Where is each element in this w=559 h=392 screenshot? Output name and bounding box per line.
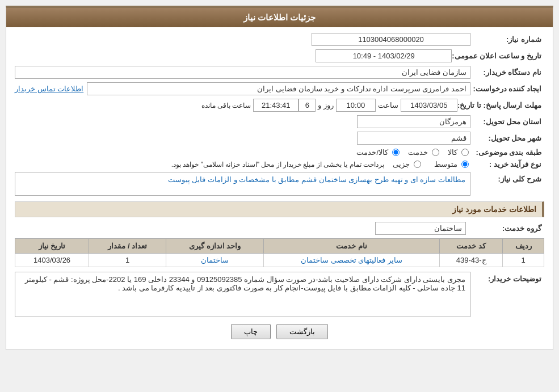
namDastgah-row: نام دستگاه خریدار: سازمان فضایی ایران <box>15 66 544 79</box>
noeFarayand-radio-group: جزیی متوسط <box>393 160 470 168</box>
tarikh-row: تاریخ و ساعت اعلان عمومی: 1403/02/29 - 1… <box>15 49 544 62</box>
remain-label: ساعت باقی مانده <box>199 102 254 109</box>
tarikh-label: تاریخ و ساعت اعلان عمومی: <box>452 52 544 60</box>
tabaqe-radio-khadamat[interactable] <box>432 149 439 156</box>
noeFarayand-desc: پرداخت تمام یا بخشی از مبلغ خریدار از مح… <box>171 161 384 168</box>
table-cell: ج-43-439 <box>440 254 503 267</box>
main-card: جزئیات اطلاعات نیاز شماره نیاز: 11030040… <box>6 6 553 350</box>
ostan-value: هرمزگان <box>357 115 470 128</box>
groheKhadamat-row: گروه خدمت: ساختمان <box>15 222 544 235</box>
sharhKoli-label: شرح کلی نیاز: <box>470 172 544 183</box>
namDastgah-label: نام دستگاه خریدار: <box>470 68 544 77</box>
table-row: 1ج-43-439سایر فعالیتهای تخصصی ساختمانساخ… <box>15 254 544 267</box>
sharhKoli-row: شرح کلی نیاز: <box>15 172 544 196</box>
khadamat-section-header: اطلاعات خدمات مورد نیاز <box>15 201 544 217</box>
noeFarayand-radio-motavaset[interactable] <box>461 161 469 168</box>
shahr-value: قشم <box>357 132 470 145</box>
back-button[interactable]: بازگشت <box>276 324 328 339</box>
table-cell: سایر فعالیتهای تخصصی ساختمان <box>263 254 439 267</box>
tarikh-value: 1403/02/29 - 10:49 <box>316 49 452 62</box>
col-tarikh: تاریخ نیاز <box>15 239 89 254</box>
ijadKonande-row: ایجاد کننده درخواست: احمد فرامرزی سرپرست… <box>15 82 544 95</box>
mohlat-remain: 21:43:41 <box>253 99 299 112</box>
ostan-row: استان محل تحویل: هرمزگان <box>15 115 544 128</box>
col-name: نام خدمت <box>263 239 439 254</box>
mohlat-saat: 10:00 <box>336 99 376 112</box>
print-button[interactable]: چاپ <box>231 324 271 339</box>
shomareNiaz-row: شماره نیاز: 1103004068000020 <box>15 33 544 46</box>
noeFarayand-radio-jozi[interactable] <box>414 161 421 168</box>
saat-label: ساعت <box>376 101 401 109</box>
card-header: جزئیات اطلاعات نیاز <box>6 8 553 27</box>
mohlat-date: 1403/03/05 <box>401 99 457 112</box>
ijadKonande-label: ایجاد کننده درخواست: <box>470 85 544 93</box>
tabaqe-option-kala-khadamat[interactable]: کالا/خدمت <box>356 148 401 157</box>
button-row: بازگشت چاپ <box>15 324 544 339</box>
rooz-label: روز و <box>316 101 336 109</box>
noeFarayand-row: نوع فرآیند خرید : جزیی متوسط پرداخت تمام… <box>15 160 544 168</box>
mohlat-rooz: 6 <box>299 99 316 112</box>
tabaqe-row: طبقه بندی موضوعی: کالا/خدمت خدمت کالا <box>15 148 544 157</box>
contact-info-link[interactable]: اطلاعات تماس خریدار <box>15 85 83 93</box>
tabaqe-option-khadamat[interactable]: خدمت <box>408 148 441 157</box>
groheKhadamat-label: گروه خدمت: <box>470 224 544 233</box>
shahr-row: شهر محل تحویل: قشم <box>15 132 544 145</box>
tozihat-textarea[interactable] <box>15 272 470 317</box>
table-cell: 1 <box>503 254 544 267</box>
shomareNiaz-label: شماره نیاز: <box>470 35 544 44</box>
namDastgah-value: سازمان فضایی ایران <box>15 66 470 79</box>
mohlat-row: مهلت ارسال پاسخ: تا تاریخ: 1403/03/05 سا… <box>15 99 544 112</box>
table-cell: ساختمان <box>166 254 264 267</box>
shomareNiaz-value: 1103004068000020 <box>312 33 470 46</box>
services-table: ردیف کد خدمت نام خدمت واحد اندازه گیری ت… <box>15 238 544 267</box>
noeFarayand-option-jozi[interactable]: جزیی <box>393 160 423 168</box>
ostan-label: استان محل تحویل: <box>470 117 544 126</box>
col-tedad: تعداد / مقدار <box>89 239 166 254</box>
card-body: شماره نیاز: 1103004068000020 تاریخ و ساع… <box>6 27 553 349</box>
col-code: کد خدمت <box>440 239 503 254</box>
sharhKoli-textarea[interactable] <box>15 172 470 196</box>
tabaqe-radio-kala-khadamat[interactable] <box>392 149 400 156</box>
tozihat-row: توضیحات خریدار: <box>15 272 544 317</box>
tabaqe-option-kala[interactable]: کالا <box>448 148 470 157</box>
col-vahed: واحد اندازه گیری <box>166 239 264 254</box>
tabaqe-radio-group: کالا/خدمت خدمت کالا <box>356 148 470 157</box>
groheKhadamat-value: ساختمان <box>375 222 466 235</box>
table-cell: 1403/03/26 <box>15 254 89 267</box>
mohlat-label: مهلت ارسال پاسخ: تا تاریخ: <box>457 101 544 109</box>
tabaqe-radio-kala[interactable] <box>461 149 469 156</box>
col-radif: ردیف <box>503 239 544 254</box>
table-cell: 1 <box>89 254 166 267</box>
tozihat-label: توضیحات خریدار: <box>470 272 544 283</box>
tabaqe-label: طبقه بندی موضوعی: <box>470 148 544 157</box>
shahr-label: شهر محل تحویل: <box>470 134 544 142</box>
noeFarayand-label: نوع فرآیند خرید : <box>470 160 544 168</box>
ijadKonande-value: احمد فرامرزی سرپرست اداره تدارکات و خرید… <box>87 82 470 95</box>
noeFarayand-option-motavaset[interactable]: متوسط <box>434 160 470 168</box>
page-title: جزئیات اطلاعات نیاز <box>243 12 316 22</box>
